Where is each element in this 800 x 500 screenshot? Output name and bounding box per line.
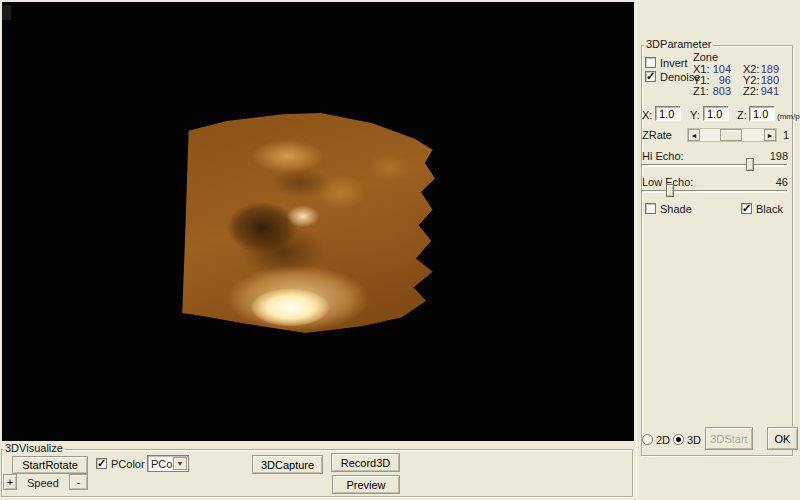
shade-label: Shade xyxy=(660,204,692,215)
hi-echo-thumb[interactable] xyxy=(746,158,754,171)
record-3d-button[interactable]: Record3D xyxy=(331,453,400,472)
mode-2d-label: 2D xyxy=(656,435,670,446)
speed-plus-button[interactable]: + xyxy=(3,474,17,490)
scale-x-input[interactable] xyxy=(655,106,681,121)
mode-3d-radio[interactable] xyxy=(673,434,684,445)
scale-x-label: X: xyxy=(642,110,652,121)
black-checkbox[interactable] xyxy=(741,203,752,214)
hi-echo-track xyxy=(641,164,787,167)
preview-button[interactable]: Preview xyxy=(332,475,400,494)
parameter-panel: 3DParameter Invert Denoise Zone X1: 104 … xyxy=(636,0,800,500)
speed-label: Speed xyxy=(27,478,59,489)
zrate-left-arrow-icon[interactable]: ◄ xyxy=(688,129,700,141)
scale-unit-label: (mm/p) xyxy=(777,111,800,122)
start-rotate-button[interactable]: StartRotate xyxy=(12,456,88,474)
visualize-group-label: 3DVisualize xyxy=(3,443,65,454)
low-echo-slider[interactable] xyxy=(641,184,787,198)
zrate-value: 1 xyxy=(783,130,789,141)
pcolor-checkbox-label: PColor xyxy=(111,459,145,470)
parameter-group-label: 3DParameter xyxy=(644,39,713,50)
pcolor-checkbox[interactable] xyxy=(96,458,107,469)
zone-header: Zone xyxy=(693,52,718,63)
dropdown-arrow-icon[interactable]: ▼ xyxy=(173,457,187,470)
low-echo-track xyxy=(641,190,787,193)
invert-label: Invert xyxy=(660,58,688,69)
capture-3d-button[interactable]: 3DCapture xyxy=(252,455,323,474)
low-echo-thumb[interactable] xyxy=(666,184,674,197)
visualize-panel: 3DVisualize StartRotate + Speed - PColor… xyxy=(0,441,635,500)
black-label: Black xyxy=(756,204,783,215)
app-window: 3DParameter Invert Denoise Zone X1: 104 … xyxy=(0,0,800,500)
scale-z-label: Z: xyxy=(737,110,747,121)
pcolor-dropdown[interactable]: PColor ▼ xyxy=(147,455,189,472)
start3d-button[interactable]: 3DStart xyxy=(705,427,753,450)
zrate-scrollbar[interactable]: ◄ ► xyxy=(687,128,777,142)
denoise-checkbox[interactable] xyxy=(645,71,656,82)
mode-3d-label: 3D xyxy=(687,435,701,446)
zrate-right-arrow-icon[interactable]: ► xyxy=(764,129,776,141)
scale-y-label: Y: xyxy=(690,110,700,121)
viewer-canvas[interactable] xyxy=(2,2,634,441)
hi-echo-slider[interactable] xyxy=(641,158,787,172)
viewer-corner-artifact xyxy=(2,5,11,20)
ultrasound-render[interactable] xyxy=(181,112,435,334)
scale-z-input[interactable] xyxy=(749,106,775,121)
ok-button[interactable]: OK xyxy=(767,427,798,450)
scale-y-input[interactable] xyxy=(703,106,729,121)
zrate-label: ZRate xyxy=(642,130,672,141)
speed-minus-button[interactable]: - xyxy=(69,474,88,490)
shade-checkbox[interactable] xyxy=(645,203,656,214)
zone-z2-value: 941 xyxy=(749,86,779,97)
mode-2d-radio[interactable] xyxy=(642,434,653,445)
zone-z1-value: 803 xyxy=(701,86,731,97)
zrate-thumb[interactable] xyxy=(720,129,742,141)
invert-checkbox[interactable] xyxy=(645,57,656,68)
